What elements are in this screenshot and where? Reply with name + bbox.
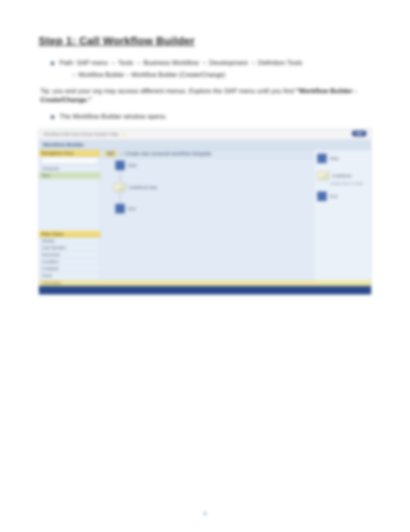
node-label: Start bbox=[128, 163, 137, 168]
document-page: Step 1: Call Workflow Builder Path: SAP … bbox=[0, 0, 410, 532]
note-pretext: Tip: you and your org may access differe… bbox=[40, 87, 294, 95]
node-label: Start bbox=[330, 156, 339, 161]
tip-note: Tip: you and your org may access differe… bbox=[40, 87, 371, 105]
overview-undefined-node[interactable]: Undefined bbox=[317, 172, 367, 180]
workflow-id-input[interactable] bbox=[41, 158, 98, 163]
connector-line bbox=[120, 192, 120, 205]
sap-logo-badge: SAP bbox=[352, 131, 366, 136]
nav-item[interactable]: New bbox=[39, 172, 100, 179]
start-node-icon bbox=[115, 161, 125, 170]
workflow-builder-body: Navigation Area Unnamed New Step Types A… bbox=[39, 150, 371, 286]
status-bar bbox=[39, 286, 371, 294]
undefined-step-node[interactable]: Undefined step bbox=[114, 183, 157, 192]
menu-text[interactable]: Workflow Edit Goto Extras System Help bbox=[42, 131, 120, 137]
left-column: Navigation Area Unnamed New Step Types A… bbox=[39, 150, 101, 286]
toolbar-highlight-icon bbox=[122, 133, 125, 135]
step-type-item[interactable]: Event bbox=[39, 272, 100, 279]
panel-header: Step Types bbox=[39, 231, 100, 237]
navigation-panel: Navigation Area Unnamed New bbox=[39, 150, 100, 179]
step-type-item[interactable]: Condition bbox=[39, 258, 100, 265]
panel-header: Navigation Area bbox=[39, 150, 100, 156]
start-node-icon bbox=[317, 154, 327, 163]
nav-item[interactable]: Unnamed bbox=[39, 165, 100, 172]
message-bar: Information bbox=[39, 280, 371, 286]
step-type-item[interactable]: User Decision bbox=[39, 244, 100, 251]
sap-screenshot: SAP Workflow Edit Goto Extras System Hel… bbox=[39, 129, 371, 295]
workflow-canvas[interactable]: WS — Create new unsaved workflow templat… bbox=[101, 150, 313, 286]
step-heading: Step 1: Call Workflow Builder bbox=[39, 35, 371, 47]
end-node-icon bbox=[317, 192, 327, 201]
start-node[interactable]: Start bbox=[115, 161, 137, 170]
canvas-title: WS — Create new unsaved workflow templat… bbox=[101, 150, 313, 158]
end-node-icon bbox=[115, 204, 125, 213]
step-type-item[interactable]: Document bbox=[39, 251, 100, 258]
step-type-item[interactable]: Container bbox=[39, 265, 100, 272]
list-item: Path: SAP menu → Tools → Business Workfl… bbox=[51, 58, 371, 80]
instruction-list: Path: SAP menu → Tools → Business Workfl… bbox=[51, 58, 371, 80]
bullet-text: Path: SAP menu → Tools → Business Workfl… bbox=[59, 59, 302, 66]
undefined-node-icon bbox=[317, 172, 329, 180]
overview-start-node[interactable]: Start bbox=[317, 154, 367, 163]
overview-panel: Start Undefined double-click to create E… bbox=[313, 150, 371, 286]
overview-hint: double-click to create bbox=[317, 182, 367, 185]
step-types-panel: Step Types Activity User Decision Docume… bbox=[39, 231, 100, 286]
ws-pill: WS bbox=[105, 151, 117, 157]
node-label: End bbox=[330, 194, 337, 199]
page-number: 4 bbox=[203, 510, 207, 517]
canvas-title-text: — Create new unsaved workflow template bbox=[119, 151, 211, 156]
bullet-subtext: → Workflow Builder – Workflow Builder (C… bbox=[70, 70, 371, 80]
end-node[interactable]: End bbox=[115, 204, 136, 213]
overview-end-node[interactable]: End bbox=[317, 192, 367, 201]
node-label: Undefined bbox=[332, 173, 351, 178]
undefined-node-icon bbox=[114, 183, 125, 192]
connector-line bbox=[120, 168, 120, 183]
bullet-text: The Workflow Builder window opens. bbox=[59, 113, 167, 120]
instruction-list-2: The Workflow Builder window opens. bbox=[51, 112, 371, 122]
list-item: The Workflow Builder window opens. bbox=[51, 112, 371, 122]
node-label: Undefined step bbox=[129, 185, 157, 190]
step-type-item[interactable]: Activity bbox=[39, 237, 100, 244]
window-title: Workflow Builder bbox=[39, 140, 371, 150]
node-label: End bbox=[128, 206, 136, 211]
menu-bar[interactable]: Workflow Edit Goto Extras System Help bbox=[39, 129, 371, 140]
